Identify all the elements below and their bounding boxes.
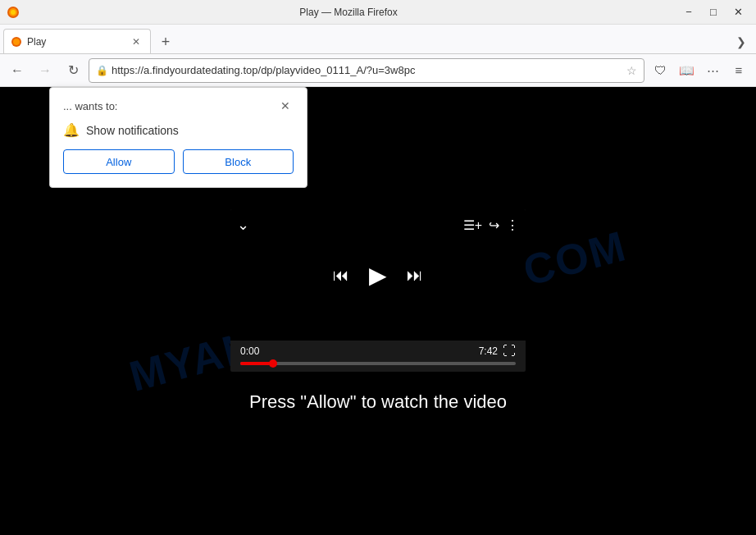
video-playlist-icon[interactable]: ☰+ xyxy=(463,217,482,233)
firefox-logo-icon xyxy=(7,6,20,19)
window-controls: − □ ✕ xyxy=(677,3,749,21)
window-title: Play — Mozilla Firefox xyxy=(20,7,677,18)
popup-buttons: Allow Block xyxy=(63,149,294,174)
fullscreen-button[interactable]: ⛶ xyxy=(503,344,516,359)
content-area: MYANTISPYWARE.COM ... wants to: ✕ 🔔 Show… xyxy=(0,87,756,535)
popup-close-button[interactable]: ✕ xyxy=(277,98,294,114)
progress-fill xyxy=(240,362,273,365)
video-more-icon[interactable]: ⋮ xyxy=(506,217,519,233)
block-button[interactable]: Block xyxy=(183,149,294,174)
forward-button[interactable]: → xyxy=(33,58,57,83)
video-player: ⌄ ☰+ ↪ ⋮ ⏮ ▶ ⏭ 0:00 7:42 ⛶ xyxy=(230,209,526,372)
popup-title: ... wants to: xyxy=(63,100,117,112)
popup-notification-row: 🔔 Show notifications xyxy=(63,122,294,138)
video-screen: ⌄ ☰+ ↪ ⋮ ⏮ ▶ ⏭ xyxy=(230,209,526,341)
video-top-bar: ⌄ ☰+ ↪ ⋮ xyxy=(237,216,519,234)
current-time: 0:00 xyxy=(240,345,259,357)
time-row: 0:00 7:42 ⛶ xyxy=(240,344,516,359)
bell-icon: 🔔 xyxy=(63,122,80,138)
video-chevron-down-icon[interactable]: ⌄ xyxy=(237,216,249,234)
skip-back-button[interactable]: ⏮ xyxy=(333,266,349,285)
browser-tab[interactable]: Play ✕ xyxy=(3,29,151,53)
tab-bar-right: ❯ xyxy=(730,30,753,53)
nav-right-icons: 🛡 📖 ⋯ ≡ xyxy=(648,58,751,83)
new-tab-button[interactable]: + xyxy=(154,30,177,53)
reload-button[interactable]: ↻ xyxy=(61,58,85,83)
total-time: 7:42 xyxy=(479,345,498,357)
svg-point-4 xyxy=(13,39,20,45)
notification-text: Show notifications xyxy=(86,124,179,137)
tab-list-chevron-icon[interactable]: ❯ xyxy=(730,30,753,53)
tab-bar: Play ✕ + ❯ xyxy=(0,25,756,54)
maximize-button[interactable]: □ xyxy=(702,3,725,21)
progress-dot xyxy=(269,359,277,368)
video-bottom: 0:00 7:42 ⛶ xyxy=(230,341,526,372)
address-url: https://a.findyourdatedating.top/dp/play… xyxy=(112,64,623,76)
address-bar[interactable]: 🔒 https://a.findyourdatedating.top/dp/pl… xyxy=(89,58,644,83)
video-controls-row: ⏮ ▶ ⏭ xyxy=(333,255,423,295)
progress-bar[interactable] xyxy=(240,362,516,365)
tab-label: Play xyxy=(27,36,124,48)
title-bar: Play — Mozilla Firefox − □ ✕ xyxy=(0,0,756,25)
bottom-text: Press "Allow" to watch the video xyxy=(249,391,507,413)
minimize-button[interactable]: − xyxy=(677,3,700,21)
back-button[interactable]: ← xyxy=(5,58,30,83)
popup-header: ... wants to: ✕ xyxy=(63,98,294,114)
svg-point-2 xyxy=(11,10,16,15)
video-top-right: ☰+ ↪ ⋮ xyxy=(463,217,519,233)
allow-button[interactable]: Allow xyxy=(63,149,175,174)
tab-favicon-icon xyxy=(11,36,22,48)
play-button[interactable]: ▶ xyxy=(369,262,387,289)
tab-close-button[interactable]: ✕ xyxy=(129,34,143,49)
address-lock-icon: 🔒 xyxy=(96,65,108,76)
bookmark-star-icon[interactable]: ☆ xyxy=(626,64,637,77)
more-tools-button[interactable]: ⋯ xyxy=(700,58,725,83)
close-button[interactable]: ✕ xyxy=(726,3,749,21)
title-bar-left xyxy=(7,6,20,19)
shield-button[interactable]: 🛡 xyxy=(648,58,672,83)
video-share-icon[interactable]: ↪ xyxy=(489,217,499,233)
notification-popup: ... wants to: ✕ 🔔 Show notifications All… xyxy=(49,87,307,188)
nav-bar: ← → ↻ 🔒 https://a.findyourdatedating.top… xyxy=(0,54,756,87)
library-button[interactable]: 📖 xyxy=(674,58,699,83)
skip-forward-button[interactable]: ⏭ xyxy=(407,266,423,285)
menu-button[interactable]: ≡ xyxy=(726,58,751,83)
